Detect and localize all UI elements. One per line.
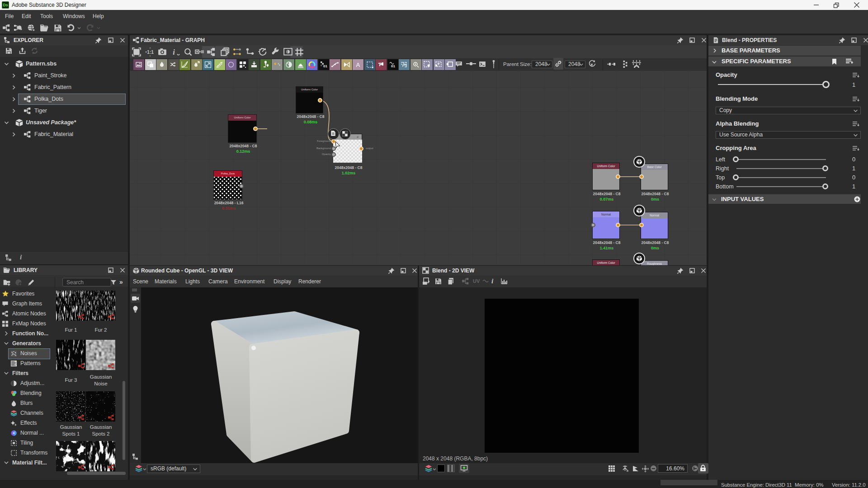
svg-text:i: i [173,48,175,56]
svg-text:A: A [356,61,360,68]
svg-text:1:1: 1:1 [147,50,154,55]
svg-text:01: 01 [391,64,395,68]
svg-text:01: 01 [323,64,327,68]
